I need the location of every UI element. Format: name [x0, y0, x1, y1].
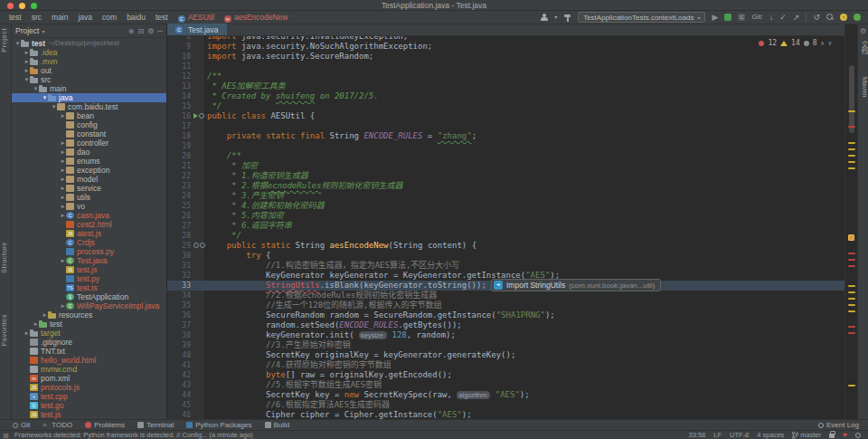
- tree-item-exception[interactable]: ▸exception: [12, 166, 166, 175]
- tree-expanded-icon[interactable]: ▾: [24, 75, 30, 84]
- breadcrumb-item[interactable]: java: [78, 13, 92, 22]
- marker-circle-icon[interactable]: [200, 243, 205, 248]
- breadcrumb-item[interactable]: test: [156, 13, 168, 22]
- caret-position[interactable]: 33:58: [689, 431, 706, 439]
- tool-window-button-git[interactable]: Git: [13, 421, 30, 429]
- tree-item-service[interactable]: ▸service: [12, 184, 166, 193]
- tree-item-enums[interactable]: ▸enums: [12, 157, 166, 166]
- code-editor[interactable]: 8import java.security.InvalidKeyExceptio…: [167, 36, 844, 419]
- tool-window-button-todo[interactable]: ≡TODO: [42, 421, 72, 429]
- tree-collapsed-icon[interactable]: ▸: [60, 175, 66, 184]
- breadcrumb-item[interactable]: test: [9, 13, 22, 22]
- ide-status-icon[interactable]: [854, 14, 861, 21]
- tree-expanded-icon[interactable]: ▾: [42, 93, 48, 102]
- tree-item--idea[interactable]: ▸.idea: [12, 48, 166, 57]
- tree-item-atest-js[interactable]: JSatest.js: [12, 229, 166, 238]
- tree-item-src[interactable]: ▾src: [12, 75, 166, 84]
- tree-collapsed-icon[interactable]: ▸: [60, 193, 66, 202]
- tab-test-java[interactable]: C Test.java: [167, 24, 227, 35]
- tree-item-target[interactable]: ▸target: [12, 329, 166, 338]
- tree-expanded-icon[interactable]: ▾: [51, 102, 57, 111]
- tree-expanded-icon[interactable]: ▾: [33, 84, 39, 93]
- heart-icon[interactable]: ♥: [843, 431, 847, 439]
- tree-item-cest2-html[interactable]: cest2.html: [12, 220, 166, 229]
- tree-item-hello-world-html[interactable]: hello_world.html: [12, 356, 166, 365]
- tree-expanded-icon[interactable]: ▾: [14, 39, 21, 48]
- breadcrumb-class[interactable]: CAESUtil: [178, 13, 214, 23]
- tree-item-protocols-js[interactable]: JSprotocols.js: [12, 383, 166, 392]
- tree-item--gitignore[interactable]: .gitignore: [12, 338, 166, 347]
- tree-item-constant[interactable]: constant: [12, 129, 166, 138]
- tree-collapsed-icon[interactable]: ▸: [60, 138, 66, 148]
- tree-item-vo[interactable]: ▸vo: [12, 202, 166, 211]
- tree-item-test-js[interactable]: JStest.js: [12, 265, 166, 274]
- tree-item-out[interactable]: ▸out: [12, 66, 166, 75]
- tool-stripe-tab-structure[interactable]: Structure: [0, 242, 12, 273]
- tool-stripe-tab-favorites[interactable]: Favorites: [0, 314, 12, 346]
- reader-mode-icon[interactable]: [855, 433, 861, 438]
- chevron-down-icon[interactable]: ▾: [42, 28, 44, 34]
- tree-item-test-java[interactable]: ▸CTest.java: [12, 256, 166, 265]
- breadcrumb-item[interactable]: com: [102, 13, 117, 22]
- git-push-icon[interactable]: ↗: [793, 13, 800, 22]
- inspection-widget[interactable]: 12 14 8 ∧ ∨: [759, 39, 832, 47]
- breadcrumb-method[interactable]: maesEncodeNew: [224, 13, 288, 23]
- error-stripe[interactable]: [844, 24, 857, 419]
- tree-item-wifipayserviceimpl-java[interactable]: ▸CWifiPayServiceImpl.java: [12, 301, 166, 310]
- tree-item-test[interactable]: ▾test~/Desktop/project/test: [12, 39, 166, 48]
- tool-window-switcher-icon[interactable]: ⊞: [3, 432, 9, 439]
- tool-stripe-tab-project[interactable]: Project: [0, 28, 12, 52]
- gutter-icons[interactable]: [193, 112, 204, 119]
- tree-item-utils[interactable]: ▸utils: [12, 193, 166, 202]
- undo-icon[interactable]: ↺: [813, 13, 820, 22]
- debug-button[interactable]: [724, 14, 731, 21]
- run-button[interactable]: ▶: [712, 13, 718, 22]
- import-suggestion-popup[interactable]: ➜ Import StringUtils (com.xunl.book.java…: [491, 279, 661, 291]
- scrollbar-thumb[interactable]: [849, 65, 854, 133]
- tree-collapsed-icon[interactable]: ▸: [42, 310, 48, 320]
- tree-collapsed-icon[interactable]: ▸: [60, 184, 66, 193]
- tree-collapsed-icon[interactable]: ▸: [60, 211, 66, 220]
- tree-collapsed-icon[interactable]: ▸: [33, 320, 39, 329]
- tree-item-model[interactable]: ▸model: [12, 175, 166, 184]
- tree-collapsed-icon[interactable]: ▸: [24, 329, 30, 338]
- tree-item-process-py[interactable]: process.py: [12, 247, 166, 256]
- tree-collapsed-icon[interactable]: ▸: [60, 157, 66, 166]
- tree-collapsed-icon[interactable]: ▸: [60, 166, 66, 175]
- tree-collapsed-icon[interactable]: ▸: [60, 148, 66, 157]
- tree-collapsed-icon[interactable]: ▸: [60, 111, 66, 120]
- tree-item-controller[interactable]: ▸controller: [12, 138, 166, 148]
- gear-icon[interactable]: ⚙: [147, 27, 154, 35]
- tree-item-test-js[interactable]: JStest.js: [12, 410, 166, 419]
- tool-window-button-python-packages[interactable]: Python Packages: [186, 421, 251, 429]
- tree-item-mvnw-cmd[interactable]: mvnw.cmd: [12, 365, 166, 374]
- tree-item-dao[interactable]: ▸dao: [12, 148, 166, 157]
- tree-item-test[interactable]: ▸test: [12, 320, 166, 329]
- breadcrumb-item[interactable]: baidu: [127, 13, 146, 22]
- tree-item-casn-java[interactable]: ▸Ccasn.java: [12, 211, 166, 220]
- tree-item-main[interactable]: ▾main: [12, 84, 166, 93]
- tree-item-resources[interactable]: ▸resources: [12, 310, 166, 320]
- tree-collapsed-icon[interactable]: ▸: [24, 57, 30, 66]
- tree-collapsed-icon[interactable]: ▸: [60, 301, 66, 310]
- project-panel-title[interactable]: Project: [15, 26, 39, 35]
- coverage-button[interactable]: C: [738, 14, 745, 21]
- tree-item-test-py[interactable]: test.py: [12, 274, 166, 283]
- tool-window-button-build[interactable]: Build: [265, 421, 290, 429]
- line-separator[interactable]: LF: [713, 431, 722, 439]
- tree-item-pom-xml[interactable]: mpom.xml: [12, 374, 166, 383]
- indent-style[interactable]: 4 spaces: [757, 431, 784, 439]
- tree-item-test-ts[interactable]: TStest.ts: [12, 283, 166, 292]
- tree-item-config[interactable]: config: [12, 120, 166, 129]
- marker-circle-icon[interactable]: [193, 243, 199, 248]
- tool-window-button-problems[interactable]: Problems: [85, 421, 125, 429]
- tree-collapsed-icon[interactable]: ▸: [60, 202, 66, 211]
- hide-panel-icon[interactable]: ─: [157, 27, 163, 35]
- build-hammer-icon[interactable]: [563, 14, 571, 22]
- lock-icon[interactable]: [829, 434, 835, 438]
- search-everywhere-icon[interactable]: [826, 14, 834, 21]
- update-available-icon[interactable]: ↑: [840, 14, 847, 21]
- tool-window-button-terminal[interactable]: Terminal: [137, 421, 174, 429]
- run-configuration-select[interactable]: TestApplicationTests.contextLoads ▾: [578, 12, 705, 23]
- tree-item-java[interactable]: ▾java: [12, 93, 166, 102]
